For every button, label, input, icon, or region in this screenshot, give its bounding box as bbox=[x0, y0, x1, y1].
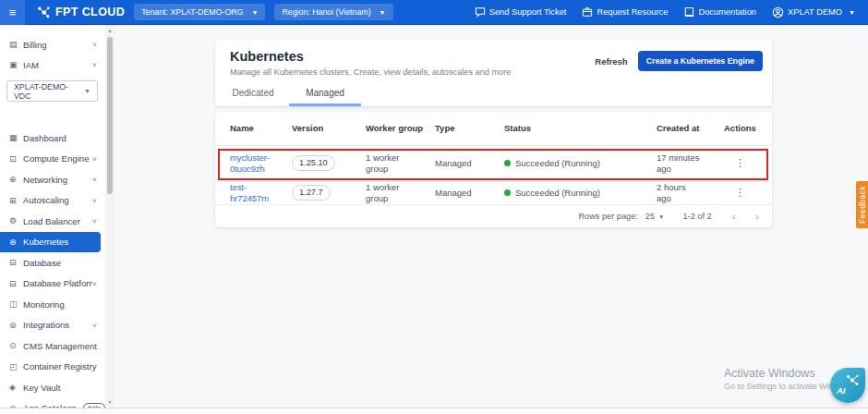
sidebar-item-compute-engine[interactable]: ⊡Compute Engine∨ bbox=[0, 149, 105, 170]
hamburger-icon: ≡ bbox=[9, 6, 17, 19]
top-navbar: ≡ FPT CLOUD Tenant: XPLAT-DEMO-ORG ▼ Reg… bbox=[0, 0, 868, 25]
column-header-name: Name bbox=[215, 112, 284, 145]
vdc-label: XPLAT-DEMO-VDC bbox=[14, 82, 84, 101]
created-at-cell: 17 minutes ago bbox=[649, 145, 717, 181]
clusters-table-card: NameVersionWorker groupTypeStatusCreated… bbox=[215, 112, 772, 227]
region-selector[interactable]: Region: Hanoi (Vietnam) ▼ bbox=[274, 4, 392, 20]
nav-link-documentation[interactable]: Documentation bbox=[683, 6, 756, 18]
sidebar-item-label: Integrations bbox=[23, 320, 92, 330]
iam-icon: ▣ bbox=[9, 60, 23, 69]
sidebar-item-label: Autoscaling bbox=[23, 195, 92, 205]
chevron-down-icon: ∨ bbox=[91, 322, 98, 329]
sidebar-item-integrations[interactable]: ⊚Integrations∨ bbox=[0, 315, 105, 336]
main-content: Kubernetes Manage all Kubernetes cluster… bbox=[115, 25, 868, 414]
tenant-selector[interactable]: Tenant: XPLAT-DEMO-ORG ▼ bbox=[134, 4, 265, 20]
cluster-name-link[interactable]: test-hr72457m bbox=[230, 182, 269, 203]
sidebar-scrollbar[interactable]: ▲ ▼ bbox=[105, 25, 115, 414]
fpt-molecule-icon bbox=[37, 6, 51, 19]
chevron-down-icon: ▼ bbox=[84, 88, 90, 94]
database-platform-icon: ⊟ bbox=[9, 279, 23, 288]
sidebar-item-key-vault[interactable]: ◈Key Vault bbox=[0, 377, 105, 398]
table-row: test-hr72457m1.27.71 worker groupManaged… bbox=[215, 181, 772, 204]
sidebar-item-autoscaling[interactable]: ⊞Autoscaling∨ bbox=[0, 190, 105, 212]
sidebar-item-label: Billing bbox=[23, 40, 92, 50]
feedback-button[interactable]: Feedback bbox=[856, 181, 868, 228]
version-badge: 1.25.10 bbox=[292, 155, 335, 172]
create-kubernetes-engine-button[interactable]: Create a Kubernetes Engine bbox=[638, 51, 763, 71]
ai-assistant-button[interactable]: AI bbox=[830, 368, 865, 403]
nav-link-send-support-ticket[interactable]: Send Support Ticket bbox=[475, 6, 567, 18]
type-cell: Managed bbox=[428, 181, 497, 204]
account-icon bbox=[772, 6, 784, 18]
version-badge: 1.27.7 bbox=[292, 185, 331, 201]
column-header-status: Status bbox=[497, 112, 649, 145]
status-dot-icon bbox=[504, 189, 511, 196]
cluster-name-link[interactable]: mycluster-0tuoc9zh bbox=[230, 152, 270, 174]
column-header-actions: Actions bbox=[717, 112, 772, 145]
menu-button[interactable]: ≡ bbox=[0, 0, 25, 25]
sidebar-item-label: Load Balancer bbox=[23, 216, 92, 226]
sidebar: ▤Billing∨▣IAM∨ XPLAT-DEMO-VDC ▼ ▦Dashboa… bbox=[0, 25, 105, 414]
status-badge: Succeeded (Running) bbox=[515, 158, 600, 168]
nav-link-label: Documentation bbox=[698, 7, 756, 17]
refresh-button[interactable]: Refresh bbox=[595, 51, 627, 72]
vdc-selector[interactable]: XPLAT-DEMO-VDC ▼ bbox=[6, 80, 98, 102]
tab-bar: DedicatedManaged bbox=[217, 81, 361, 106]
sidebar-item-label: Dashboard bbox=[23, 133, 105, 143]
table-row: mycluster-0tuoc9zh1.25.101 worker groupM… bbox=[215, 145, 772, 181]
sidebar-item-load-balancer[interactable]: ⚙Load Balancer∨ bbox=[0, 211, 105, 232]
pagination: Rows per page: 25 ▼ 1-2 of 2 ‹ › bbox=[215, 205, 772, 228]
ai-label: AI bbox=[837, 385, 846, 396]
compute-engine-icon: ⊡ bbox=[9, 154, 23, 164]
column-header-type: Type bbox=[428, 112, 497, 145]
sidebar-item-container-registry[interactable]: ◰Container Registry bbox=[0, 357, 105, 378]
sidebar-item-label: Networking bbox=[23, 175, 92, 185]
sidebar-item-label: Container Registry bbox=[23, 361, 105, 371]
page-bottom-edge bbox=[0, 408, 868, 414]
sidebar-item-monitoring[interactable]: ◫Monitoring bbox=[0, 294, 105, 315]
rows-per-page-select[interactable]: 25 ▼ bbox=[645, 212, 665, 221]
nav-link-request-resource[interactable]: Request Resource bbox=[582, 6, 668, 18]
logo-text: FPT CLOUD bbox=[55, 6, 125, 18]
next-page-button[interactable]: › bbox=[755, 211, 759, 222]
billing-icon: ▤ bbox=[9, 40, 23, 49]
scrollbar-thumb[interactable] bbox=[107, 37, 113, 194]
request-resource-icon bbox=[582, 6, 593, 18]
sidebar-item-label: CMS Management bbox=[23, 341, 105, 351]
sidebar-item-kubernetes[interactable]: ⊛Kubernetes bbox=[0, 232, 101, 253]
sidebar-nav: ▦Dashboard⊡Compute Engine∨⊕Networking∨⊞A… bbox=[0, 128, 105, 414]
page-subtitle: Manage all Kubernetes clusters. Create, … bbox=[230, 67, 511, 77]
row-actions-menu-button[interactable]: ⋮ bbox=[724, 157, 745, 169]
nav-link-label: Send Support Ticket bbox=[489, 7, 567, 17]
page-title: Kubernetes bbox=[230, 49, 511, 64]
worker-group-cell: 1 worker group bbox=[358, 145, 428, 181]
kubernetes-header-card: Kubernetes Manage all Kubernetes cluster… bbox=[215, 40, 772, 106]
navbar-links: Send Support TicketRequest ResourceDocum… bbox=[475, 6, 868, 18]
nav-link-xplat-demo[interactable]: XPLAT DEMO▼ bbox=[772, 6, 855, 18]
tab-managed[interactable]: Managed bbox=[289, 81, 361, 106]
clusters-table: NameVersionWorker groupTypeStatusCreated… bbox=[215, 112, 772, 205]
sidebar-item-billing[interactable]: ▤Billing∨ bbox=[0, 34, 105, 55]
chevron-down-icon: ∨ bbox=[91, 176, 98, 183]
sidebar-item-iam[interactable]: ▣IAM∨ bbox=[0, 55, 105, 75]
scroll-up-icon[interactable]: ▲ bbox=[105, 28, 115, 33]
sidebar-item-database[interactable]: ⊟Database bbox=[0, 252, 105, 274]
autoscaling-icon: ⊞ bbox=[9, 196, 23, 205]
sidebar-item-cms-management[interactable]: ⊙CMS Management bbox=[0, 335, 105, 357]
fpt-cloud-logo[interactable]: FPT CLOUD bbox=[37, 6, 125, 19]
scroll-down-icon[interactable]: ▼ bbox=[105, 399, 115, 405]
sidebar-item-label: Monitoring bbox=[23, 299, 105, 310]
sidebar-item-database-platform[interactable]: ⊟Database Platform∨ bbox=[0, 274, 105, 295]
tab-dedicated[interactable]: Dedicated bbox=[217, 81, 289, 106]
chevron-down-icon: ▼ bbox=[849, 9, 855, 16]
sidebar-item-networking[interactable]: ⊕Networking∨ bbox=[0, 169, 105, 190]
load-balancer-icon: ⚙ bbox=[9, 216, 23, 225]
chevron-down-icon: ∨ bbox=[91, 197, 98, 204]
pagination-range: 1-2 of 2 bbox=[683, 212, 712, 221]
sidebar-item-dashboard[interactable]: ▦Dashboard bbox=[0, 128, 105, 149]
integrations-icon: ⊚ bbox=[9, 321, 23, 330]
chevron-down-icon: ▼ bbox=[380, 9, 386, 16]
previous-page-button[interactable]: ‹ bbox=[732, 211, 736, 222]
row-actions-menu-button[interactable]: ⋮ bbox=[724, 187, 745, 199]
chevron-down-icon: ▼ bbox=[251, 9, 258, 16]
